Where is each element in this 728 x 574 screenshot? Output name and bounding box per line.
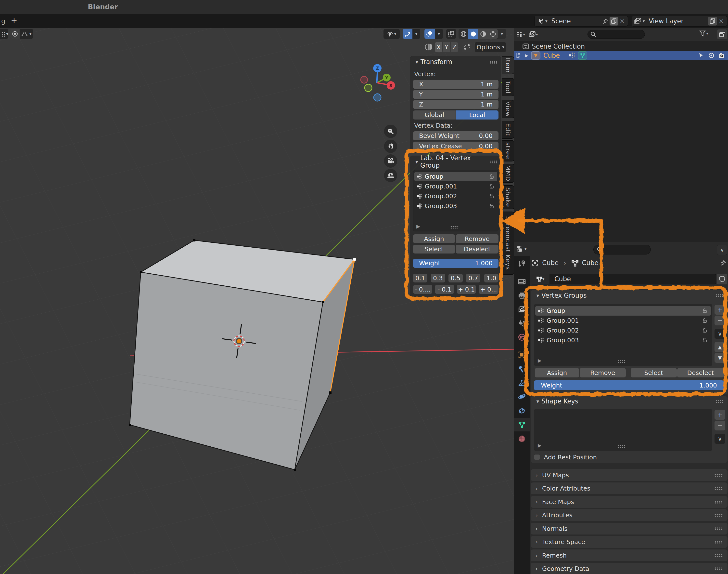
panel-normals[interactable]: ›Normals [531, 523, 728, 534]
list-resize-grip[interactable] [618, 445, 626, 448]
tab-constraint-properties[interactable] [514, 404, 530, 417]
lock-open-icon[interactable] [702, 337, 708, 343]
vertex-y-field[interactable]: Y1 m [413, 90, 499, 99]
space-global-button[interactable]: Global [413, 111, 456, 120]
tab-object-properties[interactable] [514, 348, 530, 361]
npanel-tab-view[interactable]: View [502, 100, 514, 118]
panel-remesh[interactable]: ›Remesh [531, 549, 728, 561]
properties-editor-type-dropdown[interactable]: ▾ [516, 245, 527, 253]
panel-grip-icon[interactable] [714, 540, 723, 543]
remove-button[interactable]: Remove [456, 234, 499, 243]
mesh-name-value[interactable]: Cube [554, 275, 571, 283]
panel-grip-icon[interactable] [714, 474, 723, 477]
show-overlays-toggle[interactable] [424, 29, 435, 39]
xray-toggle[interactable] [446, 29, 456, 39]
group-list-item[interactable]: Group [414, 172, 497, 181]
outliner-display-mode-dropdown[interactable]: ▾ [529, 31, 538, 38]
options-dropdown[interactable]: Options▾ [475, 42, 506, 52]
add-rest-position-checkbox[interactable] [534, 454, 540, 460]
proportional-falloff-icon[interactable] [19, 31, 30, 37]
tab-physics-properties[interactable] [514, 390, 530, 403]
scene-pin-icon[interactable] [602, 18, 608, 25]
new-collection-button[interactable] [717, 30, 727, 39]
lab04-panel-header[interactable]: ▾ Lab. 04 - Vertex Group [410, 156, 501, 168]
list-expand-arrow[interactable]: ▶ [538, 443, 541, 448]
shading-rendered-button[interactable] [488, 29, 498, 39]
vertex-x-field[interactable]: X1 m [413, 80, 499, 89]
list-resize-grip[interactable] [450, 226, 458, 229]
perspective-grid-button[interactable] [384, 169, 397, 182]
panel-grip-icon[interactable] [714, 514, 723, 517]
snap-target-button[interactable] [462, 42, 472, 52]
show-gizmo-toggle[interactable] [403, 29, 412, 39]
scene-selector[interactable]: ▾ Scene × [534, 16, 628, 27]
panel-grip-icon[interactable] [714, 500, 723, 503]
properties-search-input[interactable] [593, 245, 651, 254]
view-layer-copy-button[interactable] [708, 17, 717, 26]
vertex-group-specials-menu[interactable]: ∨ [715, 329, 725, 339]
remove-shape-key-button[interactable]: − [715, 421, 725, 430]
lock-open-icon[interactable] [489, 174, 495, 180]
select-button[interactable]: Select [631, 368, 677, 377]
lock-open-icon[interactable] [489, 203, 495, 209]
tab-world-properties[interactable] [514, 331, 530, 343]
symmetry-y-toggle[interactable]: Y [443, 42, 450, 52]
panel-uv-maps[interactable]: ›UV Maps [531, 469, 728, 481]
lock-open-icon[interactable] [489, 183, 495, 190]
panel-grip-icon[interactable] [714, 554, 723, 557]
transform-orientation-widget[interactable]: ▾ [0, 29, 8, 39]
mesh-name-field[interactable]: ▾ Cube [531, 274, 716, 284]
panel-geometry-data[interactable]: ›Geometry Data [531, 563, 728, 574]
tab-render-properties[interactable] [514, 275, 530, 288]
list-expand-arrow[interactable]: ▶ [538, 358, 541, 363]
tab-scene-properties[interactable] [514, 317, 530, 330]
pan-hand-button[interactable] [384, 139, 397, 153]
tab-output-properties[interactable] [514, 289, 530, 302]
visibility-dropdown[interactable]: ▾ [383, 29, 400, 39]
breadcrumb-object-name[interactable]: Cube [542, 259, 558, 266]
lock-open-icon[interactable] [489, 193, 495, 199]
npanel-tab-screencast-keys[interactable]: Screencast Keys [502, 211, 514, 275]
quick-weight-button[interactable]: 0.3 [431, 274, 445, 282]
scene-copy-button[interactable] [609, 17, 619, 26]
modifier-stack-icon[interactable] [568, 52, 576, 59]
select-button[interactable]: Select [413, 245, 455, 253]
npanel-tab-shake[interactable]: Shake [502, 185, 514, 209]
remove-button[interactable]: Remove [580, 368, 626, 377]
shading-wireframe-button[interactable] [458, 29, 468, 39]
shape-key-specials-menu[interactable]: ∨ [715, 434, 725, 444]
fake-user-shield-button[interactable] [717, 274, 727, 284]
tab-view-layer-properties[interactable] [514, 303, 530, 316]
lock-open-icon[interactable] [702, 328, 708, 333]
symmetry-z-toggle[interactable]: Z [451, 42, 458, 52]
group-list-item[interactable]: Group.003 [535, 335, 711, 345]
shading-material-button[interactable] [478, 29, 488, 39]
zoom-button[interactable] [384, 125, 397, 138]
gizmo-chevron-icon[interactable]: ▾ [412, 31, 420, 36]
vertex-z-field[interactable]: Z1 m [413, 100, 499, 109]
camera-view-button[interactable] [384, 154, 397, 168]
lock-open-icon[interactable] [702, 308, 708, 314]
add-shape-key-button[interactable]: + [715, 410, 725, 420]
deselect-button[interactable]: Deselect [456, 245, 499, 253]
proportional-editing-widget[interactable]: ▾ [10, 29, 33, 39]
expand-arrow-icon[interactable]: ▶ [525, 53, 528, 58]
tab-modifier-properties[interactable] [514, 363, 530, 376]
panel-grip-icon[interactable] [490, 160, 498, 163]
outliner-filter-dropdown[interactable]: ▾ [699, 30, 709, 37]
outliner-row-cube[interactable]: ▶ Cube [514, 51, 728, 60]
panel-grip-icon[interactable] [714, 487, 723, 490]
outliner-editor-type-dropdown[interactable]: ▾ [516, 31, 525, 38]
assign-button[interactable]: Assign [535, 368, 579, 377]
weight-step-button[interactable]: - 0.1 [435, 285, 454, 294]
pin-id-icon[interactable] [720, 259, 727, 266]
gizmo-toggle-group[interactable]: ▾ [403, 29, 420, 39]
npanel-tab-stree[interactable]: stree [502, 140, 514, 161]
add-workspace-button[interactable]: + [11, 16, 17, 25]
lock-open-icon[interactable] [702, 318, 708, 324]
panel-texture-space[interactable]: ›Texture Space [531, 536, 728, 548]
shading-chevron-icon[interactable]: ▾ [498, 31, 506, 36]
navigation-gizmo[interactable]: Z Y X [357, 58, 408, 108]
assign-button[interactable]: Assign [413, 234, 455, 243]
group-list-item[interactable]: Group.001 [414, 181, 497, 191]
